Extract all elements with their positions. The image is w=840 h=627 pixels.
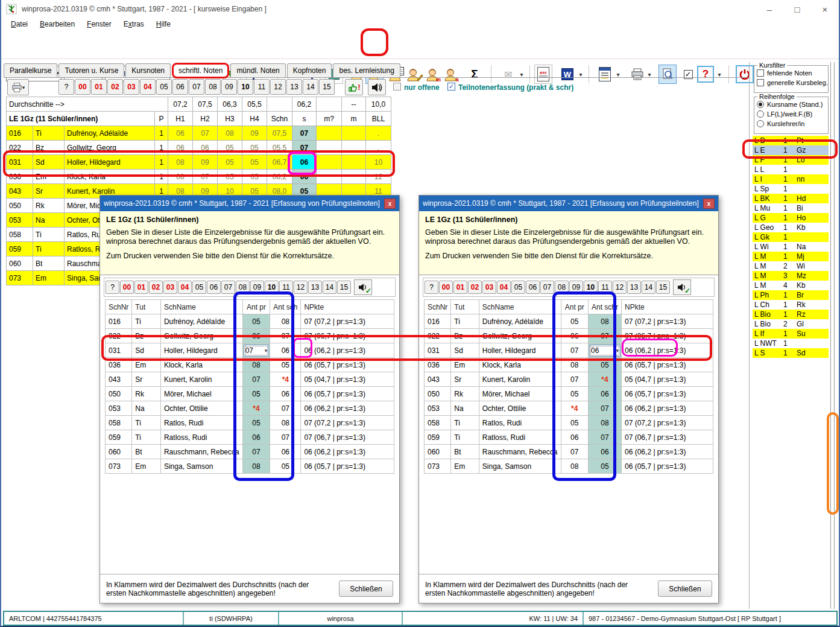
dialog-student-row-022[interactable]: 022BzGollwitz, Georg060707 (06,7 | pr:s=… — [106, 329, 394, 343]
course-item-l-mu-1[interactable]: L Mu1Bi — [753, 203, 829, 213]
grade-btn-14[interactable]: 14 — [642, 281, 655, 294]
course-item-l-m-3[interactable]: L M3Mz — [753, 271, 829, 281]
radio-icon[interactable] — [757, 120, 764, 127]
grade-btn-11[interactable]: 11 — [598, 281, 612, 294]
dialog-student-row-059[interactable]: 059TiRatloss, Rudi060707 (06,7 | pr:s=1:… — [106, 430, 394, 445]
grade-cell-schr[interactable]: 07 — [589, 401, 622, 416]
m-cell[interactable] — [342, 141, 366, 155]
dialog-close-icon[interactable]: x — [384, 199, 396, 209]
grade-cell-schr[interactable]: 06 — [589, 387, 622, 401]
grade-cell-h2[interactable]: 07 — [193, 170, 218, 184]
grade-cell-schr[interactable]: 07 — [270, 401, 301, 416]
grade-btn-11[interactable]: 11 — [254, 79, 270, 95]
checkbox-icon[interactable] — [757, 79, 764, 86]
course-item-l-bio-2[interactable]: L Bio2Gl — [753, 319, 829, 329]
grade-cell-h2[interactable]: 07 — [193, 126, 218, 141]
grade-cell-schr[interactable]: 07 — [270, 329, 301, 343]
grade-btn-00[interactable]: 00 — [439, 281, 453, 294]
grade-btn-05[interactable]: 05 — [511, 281, 525, 294]
nur-offene-checkbox[interactable] — [393, 83, 401, 91]
bll-cell[interactable]: 12 — [366, 170, 391, 184]
course-item-l-ch-1[interactable]: L Ch1Rk — [753, 300, 829, 310]
m-cell[interactable] — [342, 170, 366, 184]
dialog-titlebar[interactable]: winprosa-2021.0319 © cmh * Stuttgart, 19… — [419, 196, 718, 211]
grade-cell-pr[interactable]: 05 — [561, 416, 588, 430]
speaker-confirm-button[interactable]: ✓ — [673, 279, 691, 295]
menu-fenster[interactable]: Fenster — [81, 18, 118, 31]
dialog-student-row-053[interactable]: 053NaOchter, Ottilie*40706 (06,2 | pr:s=… — [425, 401, 713, 416]
grade-cell-h3[interactable]: 05 — [218, 155, 242, 170]
grade-cell-schr[interactable]: 08 — [270, 416, 301, 430]
grade-cell-schr[interactable]: 05 — [270, 459, 301, 474]
grade-combobox[interactable]: 07▾ — [244, 345, 270, 357]
course-item-l-g-1[interactable]: L G1Ho — [753, 213, 829, 223]
s-grade-cell[interactable]: 06 — [292, 170, 317, 184]
grade-cell-h3[interactable]: 05 — [218, 141, 242, 155]
schliessen-button[interactable]: Schließen — [658, 581, 712, 597]
grade-cell-schr[interactable]: 05 — [270, 358, 301, 372]
grade-btn-04[interactable]: 04 — [140, 79, 156, 95]
grade-btn-05[interactable]: 05 — [156, 79, 172, 95]
grade-cell-schn[interactable]: 07,5 — [267, 126, 292, 141]
grade-cell-pr[interactable]: 08 — [242, 459, 270, 474]
speaker-button[interactable] — [368, 79, 386, 95]
order-lf-l-weit-f-b-[interactable]: LF(L)/weit.F.(B) — [757, 110, 826, 118]
dialog-student-row-016[interactable]: 016TiDufrénoy, Adélaïde050807 (07,2 | pr… — [425, 314, 713, 329]
grade-cell-pr[interactable]: 07 — [242, 445, 270, 459]
grade-cell-pr[interactable]: 08 — [242, 358, 270, 372]
menu-bearbeiten[interactable]: Bearbeiten — [34, 18, 81, 31]
grade-cell-schr[interactable]: 07 — [589, 329, 622, 343]
mq-cell[interactable] — [317, 170, 342, 184]
course-item-l-f-1[interactable]: L F1Lö — [753, 155, 829, 165]
grade-cell-pr[interactable]: 05 — [242, 387, 270, 401]
course-item-l-l-1[interactable]: L L1 — [753, 165, 829, 174]
mq-cell[interactable] — [317, 141, 342, 155]
grade-combobox-cell[interactable]: 06▾ — [589, 343, 622, 358]
dialog-student-row-016[interactable]: 016TiDufrénoy, Adélaïde050807 (07,2 | pr… — [106, 314, 394, 329]
grade-btn-03[interactable]: 03 — [124, 79, 139, 95]
grade-btn-00[interactable]: 00 — [75, 79, 90, 95]
checkbox-icon[interactable] — [757, 69, 764, 77]
dialog-student-row-043[interactable]: 043SrKunert, Karolin07*405 (04,7 | pr:s=… — [106, 372, 394, 387]
course-item-l-bio-1[interactable]: L Bio1Rz — [753, 310, 829, 319]
grade-btn-15[interactable]: 15 — [319, 79, 335, 95]
grade-cell-pr[interactable]: 05 — [242, 314, 270, 329]
grade-cell-schr[interactable]: 07 — [270, 430, 301, 445]
mq-cell[interactable] — [317, 126, 342, 141]
scrollbar-line[interactable] — [834, 62, 835, 609]
grade-btn-03[interactable]: 03 — [163, 281, 177, 294]
bll-cell[interactable]: . — [366, 126, 391, 141]
course-item-l-i-1[interactable]: L I1nn — [753, 174, 829, 184]
grade-btn-01[interactable]: 01 — [453, 281, 467, 294]
grade-cell-schr[interactable]: 07 — [589, 430, 622, 445]
schliessen-button[interactable]: Schließen — [339, 581, 393, 597]
bll-cell[interactable]: . — [366, 141, 391, 155]
menu-hilfe[interactable]: Hilfe — [150, 18, 177, 31]
close-icon[interactable]: × — [811, 0, 839, 18]
grade-cell-pr[interactable]: 06 — [242, 430, 270, 445]
grade-btn-10[interactable]: 10 — [265, 281, 279, 294]
student-row-036[interactable]: 036EmKlock, Karla10807050506,20612 — [7, 170, 391, 184]
course-item-l-m-1[interactable]: L M1Mj — [753, 252, 829, 261]
course-item-l-ph-1[interactable]: L Ph1Br — [753, 290, 829, 300]
course-item-l-e-1[interactable]: L E1Gz — [753, 145, 829, 155]
dialog-titlebar[interactable]: winprosa-2021.0319 © cmh * Stuttgart, 19… — [100, 196, 399, 211]
grade-cell-schr[interactable]: 05 — [589, 358, 622, 372]
grade-cell-schr[interactable]: 08 — [589, 416, 622, 430]
grade-cell-h4[interactable]: 09 — [242, 126, 267, 141]
grade-cell-h1[interactable]: 06 — [168, 126, 193, 141]
student-row-031[interactable]: 031SdHoller, Hildegard10809050506,70610 — [7, 155, 391, 170]
grade-cell-pr[interactable]: 07 — [242, 372, 270, 387]
grade-cell-pr[interactable]: 06 — [561, 430, 588, 445]
dialog-student-row-053[interactable]: 053NaOchter, Ottilie*40706 (06,2 | pr:s=… — [106, 401, 394, 416]
grade-cell-pr[interactable]: 07 — [561, 445, 588, 459]
dialog-student-row-043[interactable]: 043SrKunert, Karolin07*405 (04,7 | pr:s=… — [425, 372, 713, 387]
grade-btn-02[interactable]: 02 — [468, 281, 482, 294]
dialog-student-row-031[interactable]: 031SdHoller, Hildegard0706▾06 (06,2 | pr… — [425, 343, 713, 358]
grade-cell-pr[interactable]: 07 — [561, 372, 588, 387]
grade-cell-h2[interactable]: 06 — [193, 141, 218, 155]
course-item-l-if-1[interactable]: L If1Su — [753, 329, 829, 339]
dialog-student-row-060[interactable]: 060BtRauschmann, Rebecca070606 (06,2 | p… — [425, 445, 713, 459]
grade-cell-h4[interactable]: 05 — [242, 141, 267, 155]
grade-btn-08[interactable]: 08 — [236, 281, 250, 294]
